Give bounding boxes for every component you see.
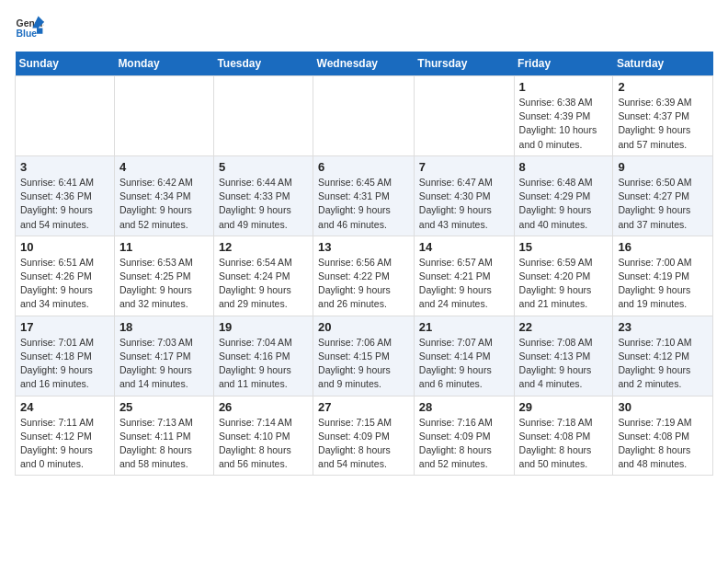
calendar-cell: 28Sunrise: 7:16 AM Sunset: 4:09 PM Dayli… [414, 396, 514, 476]
day-info: Sunrise: 6:41 AM Sunset: 4:36 PM Dayligh… [20, 176, 109, 232]
calendar-cell: 3Sunrise: 6:41 AM Sunset: 4:36 PM Daylig… [16, 155, 115, 236]
calendar-cell: 6Sunrise: 6:45 AM Sunset: 4:31 PM Daylig… [313, 155, 415, 236]
day-number: 18 [119, 320, 209, 334]
calendar-cell: 8Sunrise: 6:48 AM Sunset: 4:29 PM Daylig… [514, 155, 613, 236]
logo-icon: General Blue [15, 15, 44, 40]
calendar-cell: 11Sunrise: 6:53 AM Sunset: 4:25 PM Dayli… [114, 236, 213, 316]
day-info: Sunrise: 7:14 AM Sunset: 4:10 PM Dayligh… [219, 416, 308, 472]
weekday-header-monday: Monday [114, 52, 213, 76]
day-number: 12 [219, 240, 308, 254]
day-info: Sunrise: 7:11 AM Sunset: 4:12 PM Dayligh… [20, 416, 109, 472]
day-info: Sunrise: 7:07 AM Sunset: 4:14 PM Dayligh… [419, 336, 509, 392]
calendar-cell: 20Sunrise: 7:06 AM Sunset: 4:15 PM Dayli… [313, 316, 415, 396]
day-number: 9 [618, 160, 708, 174]
calendar-cell: 9Sunrise: 6:50 AM Sunset: 4:27 PM Daylig… [613, 155, 713, 236]
day-info: Sunrise: 7:00 AM Sunset: 4:19 PM Dayligh… [618, 256, 708, 312]
day-number: 21 [419, 320, 509, 334]
day-number: 19 [219, 320, 308, 334]
day-info: Sunrise: 6:42 AM Sunset: 4:34 PM Dayligh… [119, 176, 209, 232]
svg-text:Blue: Blue [17, 29, 38, 39]
day-number: 14 [419, 240, 509, 254]
day-number: 13 [318, 240, 409, 254]
day-info: Sunrise: 6:44 AM Sunset: 4:33 PM Dayligh… [219, 176, 308, 232]
calendar-cell: 10Sunrise: 6:51 AM Sunset: 4:26 PM Dayli… [16, 236, 115, 316]
calendar-cell: 1Sunrise: 6:38 AM Sunset: 4:39 PM Daylig… [514, 76, 613, 156]
day-info: Sunrise: 6:54 AM Sunset: 4:24 PM Dayligh… [219, 256, 308, 312]
day-info: Sunrise: 6:48 AM Sunset: 4:29 PM Dayligh… [519, 176, 609, 232]
calendar-cell: 24Sunrise: 7:11 AM Sunset: 4:12 PM Dayli… [16, 396, 115, 476]
day-number: 11 [119, 240, 209, 254]
day-info: Sunrise: 6:57 AM Sunset: 4:21 PM Dayligh… [419, 256, 509, 312]
calendar-cell [414, 76, 514, 156]
day-number: 22 [519, 320, 609, 334]
calendar-cell [313, 76, 415, 156]
calendar-cell: 23Sunrise: 7:10 AM Sunset: 4:12 PM Dayli… [613, 316, 713, 396]
calendar-cell: 14Sunrise: 6:57 AM Sunset: 4:21 PM Dayli… [414, 236, 514, 316]
day-number: 15 [519, 240, 609, 254]
logo: General Blue [15, 15, 44, 40]
calendar-table: SundayMondayTuesdayWednesdayThursdayFrid… [15, 52, 713, 476]
day-info: Sunrise: 6:45 AM Sunset: 4:31 PM Dayligh… [318, 176, 409, 232]
calendar-cell: 26Sunrise: 7:14 AM Sunset: 4:10 PM Dayli… [213, 396, 313, 476]
day-number: 20 [318, 320, 409, 334]
calendar-cell: 4Sunrise: 6:42 AM Sunset: 4:34 PM Daylig… [114, 155, 213, 236]
day-number: 16 [618, 240, 708, 254]
day-number: 7 [419, 160, 509, 174]
calendar-cell: 18Sunrise: 7:03 AM Sunset: 4:17 PM Dayli… [114, 316, 213, 396]
calendar-cell: 29Sunrise: 7:18 AM Sunset: 4:08 PM Dayli… [514, 396, 613, 476]
day-number: 1 [519, 80, 609, 94]
day-info: Sunrise: 7:03 AM Sunset: 4:17 PM Dayligh… [119, 336, 209, 392]
calendar-cell: 30Sunrise: 7:19 AM Sunset: 4:08 PM Dayli… [613, 396, 713, 476]
calendar-cell: 17Sunrise: 7:01 AM Sunset: 4:18 PM Dayli… [16, 316, 115, 396]
day-number: 30 [618, 400, 708, 414]
day-number: 6 [318, 160, 409, 174]
weekday-header-friday: Friday [514, 52, 613, 76]
day-info: Sunrise: 7:04 AM Sunset: 4:16 PM Dayligh… [219, 336, 308, 392]
weekday-header-thursday: Thursday [414, 52, 514, 76]
day-number: 8 [519, 160, 609, 174]
weekday-header-sunday: Sunday [16, 52, 115, 76]
day-info: Sunrise: 6:53 AM Sunset: 4:25 PM Dayligh… [119, 256, 209, 312]
calendar-cell: 13Sunrise: 6:56 AM Sunset: 4:22 PM Dayli… [313, 236, 415, 316]
weekday-header-tuesday: Tuesday [213, 52, 313, 76]
day-number: 17 [20, 320, 109, 334]
day-info: Sunrise: 6:38 AM Sunset: 4:39 PM Dayligh… [519, 96, 609, 152]
day-info: Sunrise: 7:19 AM Sunset: 4:08 PM Dayligh… [618, 416, 708, 472]
day-info: Sunrise: 7:13 AM Sunset: 4:11 PM Dayligh… [119, 416, 209, 472]
day-info: Sunrise: 6:47 AM Sunset: 4:30 PM Dayligh… [419, 176, 509, 232]
day-info: Sunrise: 6:39 AM Sunset: 4:37 PM Dayligh… [618, 96, 708, 152]
calendar-cell: 27Sunrise: 7:15 AM Sunset: 4:09 PM Dayli… [313, 396, 415, 476]
calendar-cell: 21Sunrise: 7:07 AM Sunset: 4:14 PM Dayli… [414, 316, 514, 396]
day-info: Sunrise: 7:18 AM Sunset: 4:08 PM Dayligh… [519, 416, 609, 472]
weekday-header-wednesday: Wednesday [313, 52, 415, 76]
day-number: 26 [219, 400, 308, 414]
day-number: 23 [618, 320, 708, 334]
day-number: 24 [20, 400, 109, 414]
day-info: Sunrise: 7:10 AM Sunset: 4:12 PM Dayligh… [618, 336, 708, 392]
calendar-cell: 15Sunrise: 6:59 AM Sunset: 4:20 PM Dayli… [514, 236, 613, 316]
page-header: General Blue [15, 15, 713, 40]
day-info: Sunrise: 7:06 AM Sunset: 4:15 PM Dayligh… [318, 336, 409, 392]
day-info: Sunrise: 7:01 AM Sunset: 4:18 PM Dayligh… [20, 336, 109, 392]
calendar-cell: 5Sunrise: 6:44 AM Sunset: 4:33 PM Daylig… [213, 155, 313, 236]
calendar-cell: 16Sunrise: 7:00 AM Sunset: 4:19 PM Dayli… [613, 236, 713, 316]
day-info: Sunrise: 6:56 AM Sunset: 4:22 PM Dayligh… [318, 256, 409, 312]
day-info: Sunrise: 6:59 AM Sunset: 4:20 PM Dayligh… [519, 256, 609, 312]
calendar-cell: 7Sunrise: 6:47 AM Sunset: 4:30 PM Daylig… [414, 155, 514, 236]
day-number: 29 [519, 400, 609, 414]
day-number: 28 [419, 400, 509, 414]
calendar-cell: 25Sunrise: 7:13 AM Sunset: 4:11 PM Dayli… [114, 396, 213, 476]
day-info: Sunrise: 6:50 AM Sunset: 4:27 PM Dayligh… [618, 176, 708, 232]
calendar-cell [114, 76, 213, 156]
calendar-cell [213, 76, 313, 156]
day-number: 27 [318, 400, 409, 414]
calendar-cell: 12Sunrise: 6:54 AM Sunset: 4:24 PM Dayli… [213, 236, 313, 316]
day-info: Sunrise: 7:15 AM Sunset: 4:09 PM Dayligh… [318, 416, 409, 472]
day-number: 3 [20, 160, 109, 174]
day-number: 10 [20, 240, 109, 254]
calendar-cell: 22Sunrise: 7:08 AM Sunset: 4:13 PM Dayli… [514, 316, 613, 396]
day-number: 2 [618, 80, 708, 94]
day-number: 25 [119, 400, 209, 414]
calendar-cell [16, 76, 115, 156]
day-info: Sunrise: 7:08 AM Sunset: 4:13 PM Dayligh… [519, 336, 609, 392]
